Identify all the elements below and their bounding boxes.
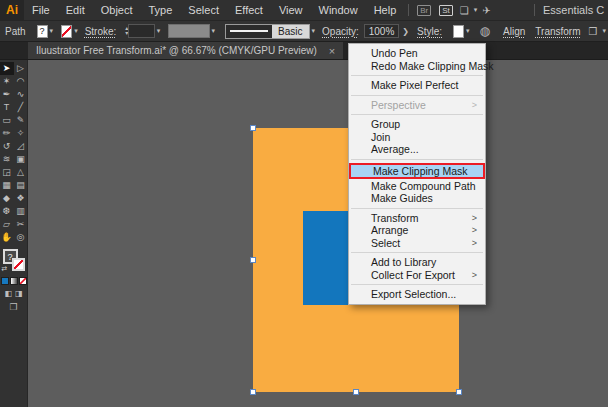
menu-item-make-pixel-perfect[interactable]: Make Pixel Perfect	[349, 79, 485, 92]
menu-item-average[interactable]: Average...	[349, 143, 485, 156]
menu-item-label: Group	[371, 118, 477, 130]
arrange-chevron-icon[interactable]: ▾	[602, 27, 606, 35]
selection-tool-icon[interactable]: ➤	[0, 62, 14, 75]
rotate-tool-icon[interactable]: ↺	[0, 140, 14, 153]
shape-builder-tool-icon[interactable]: ◲	[0, 166, 14, 179]
workspace-switcher[interactable]: Essentials C	[534, 4, 608, 16]
rectangle-tool-icon[interactable]: ▭	[0, 114, 14, 127]
apply-none-button[interactable]	[19, 277, 27, 285]
paintbrush-tool-icon[interactable]: ✎	[14, 114, 28, 127]
gpu-performance-rocket-icon[interactable]: ✈	[482, 5, 490, 16]
menu-item-make-compound-path[interactable]: Make Compound Path	[349, 180, 485, 193]
stroke-weight-field[interactable]	[128, 24, 154, 38]
apply-color-button[interactable]	[1, 277, 9, 285]
style-label[interactable]: Style:	[417, 26, 442, 37]
arrange-documents-icon[interactable]: ❒	[589, 26, 598, 37]
recolor-artwork-icon[interactable]: ◍	[480, 24, 490, 38]
selection-handle[interactable]	[353, 389, 359, 395]
change-screen-mode-icon[interactable]: ❐	[9, 302, 17, 312]
menubar-item-effect[interactable]: Effect	[227, 4, 271, 16]
stroke-color-swatch[interactable]	[61, 25, 72, 38]
menu-item-add-to-library[interactable]: Add to Library	[349, 256, 485, 269]
menubar-item-file[interactable]: File	[24, 4, 58, 16]
pen-tool-icon[interactable]: ✒	[0, 88, 14, 101]
document-arrangement-icon[interactable]: ❏	[460, 5, 469, 16]
menu-item-group[interactable]: Group	[349, 118, 485, 131]
mesh-tool-icon[interactable]: ▦	[0, 179, 14, 192]
opacity-field[interactable]: 100%	[364, 24, 400, 38]
perspective-grid-tool-icon[interactable]: △	[14, 166, 28, 179]
selection-handle[interactable]	[456, 389, 462, 395]
brush-chevron-icon[interactable]: ▾	[312, 27, 316, 35]
selection-handle[interactable]	[250, 125, 256, 131]
width-tool-icon[interactable]: ≋	[0, 153, 14, 166]
fill-color-swatch[interactable]: ?	[37, 25, 48, 38]
menubar-item-select[interactable]: Select	[180, 4, 227, 16]
style-swatch[interactable]	[453, 25, 464, 38]
stroke-proxy-swatch[interactable]	[12, 258, 25, 271]
line-segment-tool-icon[interactable]: ╱	[14, 101, 28, 114]
free-transform-tool-icon[interactable]: ▣	[14, 153, 28, 166]
fill-chevron-icon[interactable]: ▾	[50, 27, 54, 35]
eyedropper-tool-icon[interactable]: ◆	[0, 192, 14, 205]
menu-separator	[351, 159, 483, 160]
menu-item-export-selection[interactable]: Export Selection...	[349, 288, 485, 301]
menu-item-make-clipping-mask[interactable]: Make Clipping Mask	[349, 163, 485, 179]
stroke-label[interactable]: Stroke:	[85, 26, 117, 37]
zoom-tool-icon[interactable]: ◎	[14, 231, 28, 244]
pencil-tool-icon[interactable]: ✏	[0, 127, 14, 140]
canvas[interactable]	[28, 60, 608, 407]
fill-stroke-indicator[interactable]: ? ⇄	[2, 249, 26, 273]
opacity-label[interactable]: Opacity:	[322, 26, 359, 37]
chevron-down-icon[interactable]: ▾	[474, 6, 478, 14]
shaper-tool-icon[interactable]: ✧	[14, 127, 28, 140]
bridge-icon[interactable]: Br	[417, 5, 431, 16]
menu-item-transform[interactable]: Transform>	[349, 212, 485, 225]
lasso-tool-icon[interactable]: ◠	[14, 75, 28, 88]
type-tool-icon[interactable]: T	[0, 101, 14, 114]
profile-chevron-icon[interactable]: ▾	[212, 27, 216, 35]
brush-definition-dropdown[interactable]: Basic	[225, 24, 309, 39]
hand-tool-icon[interactable]: ✋	[0, 231, 14, 244]
apply-gradient-button[interactable]	[10, 277, 18, 285]
gradient-tool-icon[interactable]: ▤	[14, 179, 28, 192]
selection-handle[interactable]	[250, 257, 256, 263]
menubar-item-window[interactable]: Window	[311, 4, 366, 16]
menubar-item-type[interactable]: Type	[141, 4, 181, 16]
menu-item-select[interactable]: Select>	[349, 237, 485, 250]
style-chevron-icon[interactable]: ▾	[466, 27, 470, 35]
opacity-presets-arrow-icon[interactable]: ❯	[402, 27, 409, 36]
document-tab[interactable]: Iluustrator Free Transform.ai* @ 66.67% …	[28, 42, 343, 59]
magic-wand-tool-icon[interactable]: ✶	[0, 75, 14, 88]
draw-normal-mode-icon[interactable]: ◧	[4, 289, 12, 298]
blend-tool-icon[interactable]: ❖	[14, 192, 28, 205]
menu-item-collect-for-export[interactable]: Collect For Export>	[349, 269, 485, 282]
direct-selection-tool-icon[interactable]: ▷	[14, 62, 28, 75]
draw-behind-mode-icon[interactable]: ◨	[15, 289, 23, 298]
menu-item-redo-make-clipping-mask[interactable]: Redo Make Clipping Mask	[349, 60, 485, 73]
menu-item-arrange[interactable]: Arrange>	[349, 224, 485, 237]
menubar-item-edit[interactable]: Edit	[58, 4, 93, 16]
menubar-item-object[interactable]: Object	[93, 4, 141, 16]
stroke-chevron-icon[interactable]: ▾	[74, 27, 78, 35]
selection-handle[interactable]	[250, 389, 256, 395]
symbol-sprayer-tool-icon[interactable]: ❆	[0, 205, 14, 218]
menu-separator	[351, 75, 483, 76]
menu-item-undo-pen[interactable]: Undo Pen	[349, 47, 485, 60]
curvature-tool-icon[interactable]: ∿	[14, 88, 28, 101]
slice-tool-icon[interactable]: ✂	[14, 218, 28, 231]
default-fill-stroke-icon[interactable]: ⇄	[2, 265, 8, 273]
menu-item-make-guides[interactable]: Make Guides	[349, 192, 485, 205]
transform-button[interactable]: Transform	[535, 26, 580, 37]
stroke-weight-chevron-icon[interactable]: ▾	[157, 27, 161, 35]
tab-close-icon[interactable]: ×	[329, 45, 335, 57]
menu-item-join[interactable]: Join	[349, 131, 485, 144]
menubar-item-help[interactable]: Help	[366, 4, 405, 16]
menubar-item-view[interactable]: View	[271, 4, 311, 16]
stock-icon[interactable]: St	[439, 5, 453, 16]
variable-width-profile-dropdown[interactable]	[168, 24, 209, 38]
scale-tool-icon[interactable]: ◿	[14, 140, 28, 153]
artboard-tool-icon[interactable]: ▱	[0, 218, 14, 231]
column-graph-tool-icon[interactable]: ▥	[14, 205, 28, 218]
align-button[interactable]: Align	[503, 26, 525, 37]
